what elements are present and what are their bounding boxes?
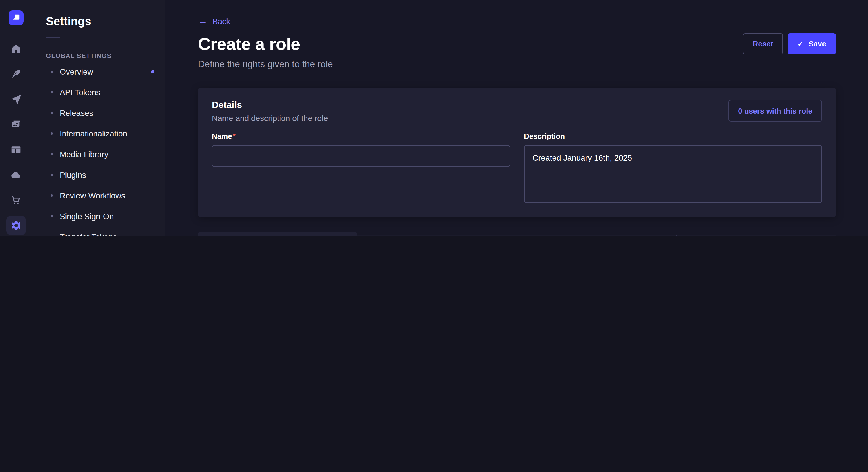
sidebar-item-releases[interactable]: Releases xyxy=(46,103,151,123)
description-field-group: Description Created January 16th, 2025 xyxy=(524,132,822,203)
permissions-tabs: Collection Types Single Types Plugins Se… xyxy=(198,232,836,236)
bullet-icon xyxy=(51,71,53,73)
settings-active-tile xyxy=(6,216,26,235)
required-asterisk: * xyxy=(233,132,236,140)
settings-gear-icon[interactable] xyxy=(0,213,32,236)
tab-collection-types[interactable]: Collection Types xyxy=(198,232,358,236)
bullet-icon xyxy=(51,174,53,176)
bullet-icon xyxy=(51,91,53,94)
sidebar-item-plugins[interactable]: Plugins xyxy=(46,165,151,185)
page-subtitle: Define the rights given to the role xyxy=(198,59,836,69)
page-header: Create a role Reset ✓ Save xyxy=(198,33,836,55)
sidebar-item-media-library[interactable]: Media Library xyxy=(46,144,151,165)
strapi-logo[interactable] xyxy=(8,10,23,25)
description-textarea[interactable]: Created January 16th, 2025 xyxy=(524,145,822,203)
details-card-titles: Details Name and description of the role xyxy=(212,100,328,123)
details-subtitle: Name and description of the role xyxy=(212,113,328,123)
reset-button[interactable]: Reset xyxy=(743,33,783,55)
paper-plane-icon[interactable] xyxy=(0,87,32,112)
save-button[interactable]: ✓ Save xyxy=(787,33,836,55)
settings-subnav: Settings GLOBAL SETTINGS Overview API To… xyxy=(32,0,165,236)
sidebar-item-label: Plugins xyxy=(60,170,86,179)
name-input[interactable] xyxy=(212,145,510,167)
tab-settings[interactable]: Settings xyxy=(676,235,836,236)
sidebar-item-api-tokens[interactable]: API Tokens xyxy=(46,82,151,103)
sidebar-item-label: Internationalization xyxy=(60,129,127,138)
tab-single-types[interactable]: Single Types xyxy=(358,235,517,236)
sidebar-item-label: Single Sign-On xyxy=(60,212,114,221)
sidebar-item-label: Releases xyxy=(60,108,93,117)
back-link[interactable]: ← Back xyxy=(198,16,230,26)
subnav-divider xyxy=(46,37,60,38)
home-icon[interactable] xyxy=(0,36,32,61)
sidebar-item-label: Overview xyxy=(60,67,93,76)
cloud-icon[interactable] xyxy=(0,162,32,188)
sidebar-item-internationalization[interactable]: Internationalization xyxy=(46,123,151,144)
bullet-icon xyxy=(51,133,53,135)
bullet-icon xyxy=(51,153,53,156)
check-icon: ✓ xyxy=(797,40,803,48)
details-fields: Name* Description Created January 16th, … xyxy=(212,132,822,203)
subnav-title: Settings xyxy=(46,15,151,28)
sidebar-item-label: Transfer Tokens xyxy=(60,232,117,236)
sidebar-item-single-sign-on[interactable]: Single Sign-On xyxy=(46,206,151,227)
users-with-role-button[interactable]: 0 users with this role xyxy=(728,100,822,122)
icon-sidebar: KD xyxy=(0,0,32,236)
sidebar-item-review-workflows[interactable]: Review Workflows xyxy=(46,185,151,206)
name-label: Name* xyxy=(212,132,510,140)
sidebar-item-label: API Tokens xyxy=(60,88,100,97)
bullet-icon xyxy=(51,236,53,236)
header-actions: Reset ✓ Save xyxy=(743,33,836,55)
bullet-icon xyxy=(51,112,53,114)
layout-icon[interactable] xyxy=(0,137,32,162)
notification-dot xyxy=(151,70,154,73)
back-arrow-icon: ← xyxy=(198,16,207,26)
sidebar-item-label: Media Library xyxy=(60,150,108,159)
tab-plugins[interactable]: Plugins xyxy=(516,235,676,236)
page-title: Create a role xyxy=(198,34,300,54)
details-card-header: Details Name and description of the role… xyxy=(212,100,822,123)
app-window: KD Settings GLOBAL SETTINGS Overview API… xyxy=(0,0,868,236)
section-label: GLOBAL SETTINGS xyxy=(46,50,151,61)
media-library-icon[interactable] xyxy=(0,112,32,137)
main-content: ← Back Create a role Reset ✓ Save Define… xyxy=(165,0,868,236)
feather-icon[interactable] xyxy=(0,61,32,87)
sidebar-item-transfer-tokens[interactable]: Transfer Tokens xyxy=(46,227,151,236)
sidebar-item-overview[interactable]: Overview xyxy=(46,61,151,82)
permissions-section: Collection Types Single Types Plugins Se… xyxy=(198,232,836,236)
bullet-icon xyxy=(51,194,53,197)
back-label: Back xyxy=(212,16,230,26)
description-label: Description xyxy=(524,132,822,140)
sidebar-item-label: Review Workflows xyxy=(60,191,125,200)
name-field-group: Name* xyxy=(212,132,510,203)
bullet-icon xyxy=(51,215,53,217)
logo-area xyxy=(0,0,32,36)
details-card: Details Name and description of the role… xyxy=(198,88,836,217)
icon-nav xyxy=(0,36,32,236)
cart-icon[interactable] xyxy=(0,188,32,213)
details-title: Details xyxy=(212,100,328,110)
subnav-section-global-settings: GLOBAL SETTINGS Overview API Tokens Rele… xyxy=(46,50,151,236)
